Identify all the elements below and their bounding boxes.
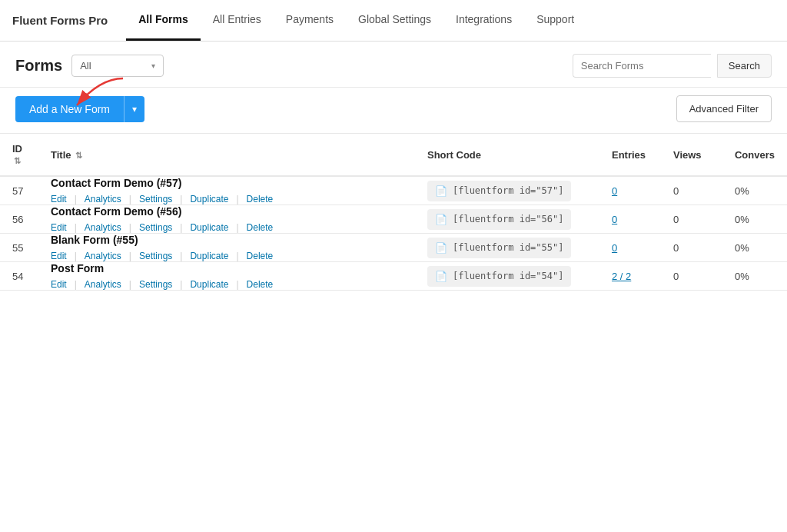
toolbar-right: Search <box>573 54 772 78</box>
cell-title: Post Form Edit| Analytics| Settings| Dup… <box>38 262 415 291</box>
shortcode-box[interactable]: 📄 [fluentform id="56"] <box>427 209 572 230</box>
row-action-analytics[interactable]: Analytics <box>85 194 121 204</box>
row-action-edit[interactable]: Edit <box>51 194 67 204</box>
cell-id: 54 <box>0 262 38 291</box>
row-action-edit[interactable]: Edit <box>51 279 67 290</box>
row-actions: Edit| Analytics| Settings| Duplicate| De… <box>51 194 403 204</box>
advanced-filter-button[interactable]: Advanced Filter <box>676 95 772 122</box>
row-actions: Edit| Analytics| Settings| Duplicate| De… <box>51 251 403 261</box>
cell-views: 0 <box>661 176 722 205</box>
row-action-duplicate[interactable]: Duplicate <box>190 279 228 290</box>
document-icon: 📄 <box>435 271 447 282</box>
cell-id: 55 <box>0 234 38 262</box>
cell-conversions: 0% <box>722 205 787 234</box>
document-icon: 📄 <box>435 242 447 254</box>
shortcode-value: [fluentform id="55"] <box>453 242 564 253</box>
forms-table: ID ⇅ Title ⇅ Short Code Entries Views Co… <box>0 133 787 291</box>
sort-icon-title: ⇅ <box>75 151 82 160</box>
row-actions: Edit| Analytics| Settings| Duplicate| De… <box>51 222 403 233</box>
shortcode-box[interactable]: 📄 [fluentform id="57"] <box>427 181 572 201</box>
col-title[interactable]: Title ⇅ <box>38 134 415 177</box>
nav-item-global-settings[interactable]: Global Settings <box>346 0 443 41</box>
page-title: Forms <box>15 57 62 75</box>
document-icon: 📄 <box>435 185 447 197</box>
row-action-delete[interactable]: Delete <box>247 194 274 204</box>
cell-title: Contact Form Demo (#56) Edit| Analytics|… <box>38 205 415 234</box>
shortcode-value: [fluentform id="54"] <box>453 271 564 281</box>
nav-item-support[interactable]: Support <box>524 0 586 41</box>
col-id[interactable]: ID ⇅ <box>0 134 38 177</box>
table-row: 54 Post Form Edit| Analytics| Settings| … <box>0 262 787 291</box>
row-action-duplicate[interactable]: Duplicate <box>190 251 228 261</box>
cell-views: 0 <box>661 234 722 262</box>
document-icon: 📄 <box>435 214 447 225</box>
row-action-duplicate[interactable]: Duplicate <box>190 194 228 204</box>
cell-entries: 0 <box>599 234 661 262</box>
cell-id: 56 <box>0 205 38 234</box>
cell-entries: 2 / 2 <box>599 262 661 291</box>
filter-dropdown[interactable]: All ▾ <box>71 55 164 77</box>
row-action-delete[interactable]: Delete <box>247 279 274 290</box>
cell-conversions: 0% <box>722 176 787 205</box>
row-action-edit[interactable]: Edit <box>51 251 67 261</box>
brand-name: Fluent Forms Pro <box>12 14 108 27</box>
add-form-group: Add a New Form ▾ <box>15 96 144 122</box>
add-form-button-group: Add a New Form ▾ <box>15 96 144 122</box>
row-action-analytics[interactable]: Analytics <box>85 279 121 290</box>
entries-link[interactable]: 0 <box>612 185 617 197</box>
search-input[interactable] <box>573 54 711 78</box>
shortcode-value: [fluentform id="56"] <box>453 214 564 224</box>
table-header-row: ID ⇅ Title ⇅ Short Code Entries Views Co… <box>0 134 787 177</box>
col-entries: Entries <box>599 134 661 177</box>
cell-conversions: 0% <box>722 262 787 291</box>
row-action-delete[interactable]: Delete <box>247 251 274 261</box>
cell-views: 0 <box>661 262 722 291</box>
form-title: Contact Form Demo (#57) <box>51 177 403 189</box>
row-action-settings[interactable]: Settings <box>139 194 172 204</box>
row-action-settings[interactable]: Settings <box>139 222 172 233</box>
nav-items: All Forms All Entries Payments Global Se… <box>126 0 586 41</box>
table-row: 56 Contact Form Demo (#56) Edit| Analyti… <box>0 205 787 234</box>
filter-value: All <box>80 60 91 71</box>
entries-link[interactable]: 2 / 2 <box>612 271 631 282</box>
table-row: 55 Blank Form (#55) Edit| Analytics| Set… <box>0 234 787 262</box>
sort-icon-id: ⇅ <box>14 156 21 165</box>
cell-entries: 0 <box>599 205 661 234</box>
add-new-form-button[interactable]: Add a New Form <box>15 96 124 122</box>
cell-shortcode: 📄 [fluentform id="54"] <box>415 262 599 291</box>
cell-shortcode: 📄 [fluentform id="57"] <box>415 176 599 205</box>
toolbar-left: Forms All ▾ <box>15 55 563 77</box>
row-action-settings[interactable]: Settings <box>139 279 172 290</box>
chevron-down-icon: ▾ <box>151 62 155 70</box>
col-views: Views <box>661 134 722 177</box>
cell-id: 57 <box>0 176 38 205</box>
row-action-analytics[interactable]: Analytics <box>85 251 121 261</box>
col-conversions: Convers <box>722 134 787 177</box>
shortcode-box[interactable]: 📄 [fluentform id="55"] <box>427 238 572 258</box>
shortcode-box[interactable]: 📄 [fluentform id="54"] <box>427 266 572 287</box>
form-title: Post Form <box>51 262 403 274</box>
toolbar: Forms All ▾ Search <box>0 42 787 88</box>
row-action-analytics[interactable]: Analytics <box>85 222 121 233</box>
cell-conversions: 0% <box>722 234 787 262</box>
row-actions: Edit| Analytics| Settings| Duplicate| De… <box>51 279 403 290</box>
entries-link[interactable]: 0 <box>612 214 617 225</box>
top-navigation: Fluent Forms Pro All Forms All Entries P… <box>0 0 787 42</box>
entries-link[interactable]: 0 <box>612 242 617 254</box>
form-title: Contact Form Demo (#56) <box>51 205 403 218</box>
row-action-edit[interactable]: Edit <box>51 222 67 233</box>
shortcode-value: [fluentform id="57"] <box>453 185 564 196</box>
nav-item-all-entries[interactable]: All Entries <box>201 0 274 41</box>
cell-title: Blank Form (#55) Edit| Analytics| Settin… <box>38 234 415 262</box>
actions-row: Add a New Form ▾ Advanced Filter <box>0 88 787 133</box>
cell-title: Contact Form Demo (#57) Edit| Analytics|… <box>38 176 415 205</box>
nav-item-integrations[interactable]: Integrations <box>443 0 524 41</box>
form-title: Blank Form (#55) <box>51 234 403 246</box>
search-button[interactable]: Search <box>717 54 772 78</box>
add-form-dropdown-toggle[interactable]: ▾ <box>124 96 144 122</box>
row-action-delete[interactable]: Delete <box>247 222 274 233</box>
row-action-settings[interactable]: Settings <box>139 251 172 261</box>
nav-item-payments[interactable]: Payments <box>274 0 346 41</box>
nav-item-all-forms[interactable]: All Forms <box>126 0 201 41</box>
row-action-duplicate[interactable]: Duplicate <box>190 222 228 233</box>
